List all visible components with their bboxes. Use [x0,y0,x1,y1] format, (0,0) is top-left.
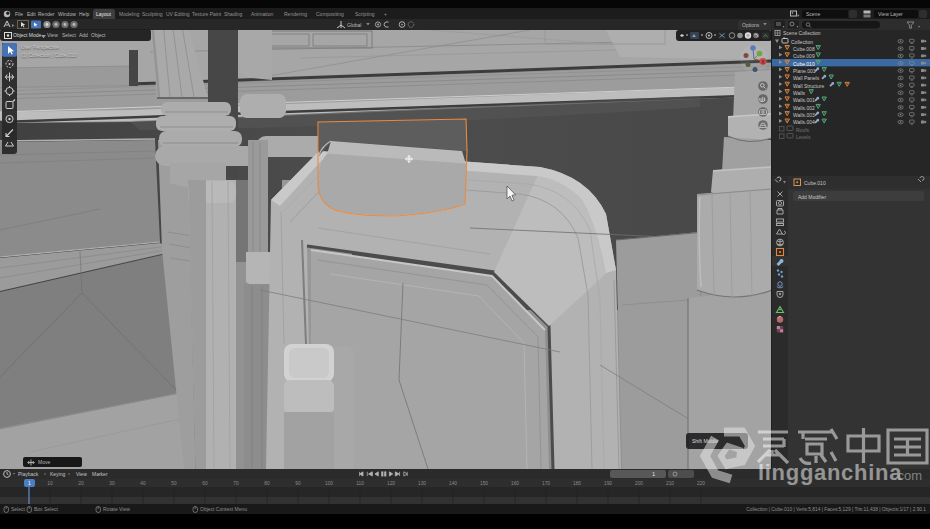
svg-text:100: 100 [325,481,333,486]
svg-text:80: 80 [264,481,270,486]
svg-text:Walls.001: Walls.001 [793,97,815,103]
svg-text:180: 180 [573,481,581,486]
svg-text:90: 90 [295,481,301,486]
svg-text:20: 20 [78,481,84,486]
svg-text:Levels: Levels [796,134,811,140]
svg-text:Plane.001: Plane.001 [793,68,816,74]
svg-text:50: 50 [171,481,177,486]
svg-text:Cube.008: Cube.008 [793,46,815,52]
svg-text:Marker: Marker [92,471,108,477]
svg-text:Walls: Walls [793,90,806,96]
svg-text:110: 110 [356,481,364,486]
svg-text:Walls.003: Walls.003 [793,112,815,118]
svg-text:Walls.002: Walls.002 [793,105,815,111]
svg-text:30: 30 [109,481,115,486]
svg-text:Scene Collection: Scene Collection [783,30,821,36]
svg-text:Collection | Cube.010 | Verts:: Collection | Cube.010 | Verts:5,814 | Fa… [746,507,926,512]
svg-text:40: 40 [140,481,146,486]
svg-text:140: 140 [449,481,457,486]
svg-text:Wall Structure: Wall Structure [793,83,824,89]
svg-text:Keying: Keying [50,471,66,477]
svg-text:130: 130 [418,481,426,486]
svg-text:View: View [76,471,87,477]
svg-text:Box Select: Box Select [34,506,59,512]
svg-text:lingganchina: lingganchina [758,460,902,485]
svg-text:150: 150 [480,481,488,486]
svg-text:Collection: Collection [791,39,813,45]
svg-text:Select: Select [11,506,26,512]
svg-text:Roofs: Roofs [796,127,810,133]
svg-text:60: 60 [202,481,208,486]
svg-text:160: 160 [511,481,519,486]
svg-text:Wall Panels: Wall Panels [793,75,820,81]
svg-text:Walls.004: Walls.004 [793,119,815,125]
svg-text:Object Context Menu: Object Context Menu [200,506,247,512]
svg-text:Cube.010: Cube.010 [793,61,815,67]
svg-text:120: 120 [387,481,395,486]
svg-text:Playback: Playback [18,471,39,477]
svg-text:10: 10 [47,481,53,486]
svg-text:1: 1 [28,480,31,486]
svg-text:.com: .com [894,468,922,483]
svg-text:210: 210 [666,481,674,486]
svg-text:170: 170 [542,481,550,486]
svg-text:Cube.010: Cube.010 [804,180,826,186]
svg-text:Cube.009: Cube.009 [793,53,815,59]
svg-text:200: 200 [635,481,643,486]
svg-text:Add Modifier: Add Modifier [798,194,826,200]
svg-text:190: 190 [604,481,612,486]
svg-text:Rotate View: Rotate View [103,506,130,512]
svg-text:1: 1 [652,471,655,477]
svg-text:70: 70 [233,481,239,486]
